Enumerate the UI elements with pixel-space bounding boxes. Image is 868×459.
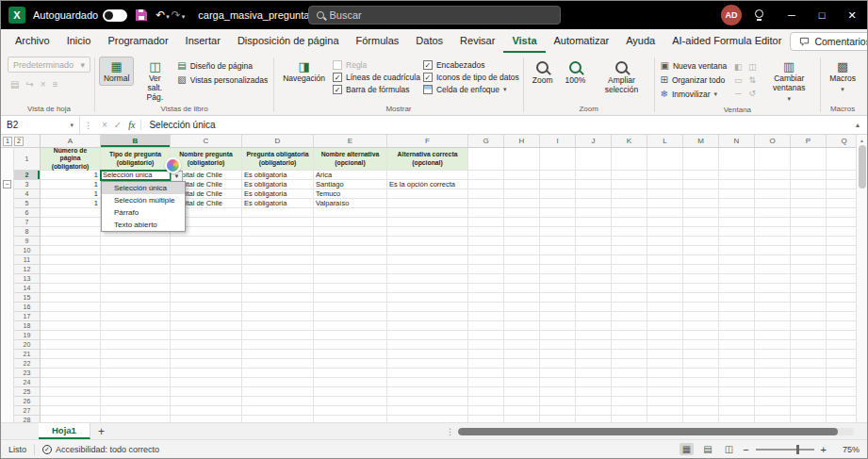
cell-O7[interactable] <box>755 218 791 227</box>
cell-N14[interactable] <box>719 284 755 293</box>
new-window-button[interactable]: ▣ Nueva ventana <box>659 60 729 72</box>
cell-P24[interactable] <box>791 378 827 387</box>
cell-P8[interactable] <box>791 227 827 237</box>
cell-F19[interactable] <box>387 331 468 340</box>
row-header-1[interactable]: 1 <box>14 148 41 171</box>
synchronous-scroll-icon[interactable]: ⇅ <box>745 74 759 86</box>
cell-O15[interactable] <box>755 293 791 303</box>
ruler-checkbox[interactable]: Regla <box>333 60 420 70</box>
cell-M12[interactable] <box>683 265 719 274</box>
cell-P19[interactable] <box>791 331 827 340</box>
cell-O25[interactable] <box>755 387 791 397</box>
cell-N2[interactable] <box>719 171 755 180</box>
gridlines-checkbox[interactable]: ✓Líneas de cuadrícula <box>333 73 420 82</box>
cell-Q16[interactable] <box>827 303 856 312</box>
cell-G18[interactable] <box>468 321 504 331</box>
cell-O16[interactable] <box>755 303 791 312</box>
autosave-toggle[interactable] <box>103 9 127 22</box>
cell-C10[interactable] <box>171 246 242 255</box>
cell-M3[interactable] <box>683 180 719 189</box>
cell-M7[interactable] <box>683 218 719 227</box>
cell-M10[interactable] <box>683 246 719 255</box>
row-header-3[interactable]: 3 <box>14 180 41 189</box>
cell-Q15[interactable] <box>827 293 856 303</box>
cell-F17[interactable] <box>387 312 468 321</box>
cell-K12[interactable] <box>612 265 647 274</box>
cell-K3[interactable] <box>612 180 647 189</box>
cell-D18[interactable] <box>242 321 314 331</box>
cell-D11[interactable] <box>242 255 314 265</box>
cell-F12[interactable] <box>387 265 468 274</box>
cell-Q13[interactable] <box>827 274 856 284</box>
cell-M26[interactable] <box>683 397 719 406</box>
cell-F14[interactable] <box>387 284 468 293</box>
cell-J22[interactable] <box>576 359 612 369</box>
cell-H22[interactable] <box>504 359 540 369</box>
cell-I11[interactable] <box>540 255 576 265</box>
cell-A19[interactable] <box>41 331 101 340</box>
cell-A1[interactable]: Número de página (obligatorio) <box>41 148 101 171</box>
row-header-6[interactable]: 6 <box>14 208 41 218</box>
cell-E23[interactable] <box>314 369 387 378</box>
cell-N4[interactable] <box>719 189 755 199</box>
row-header-21[interactable]: 21 <box>14 350 41 359</box>
cell-E26[interactable] <box>314 397 387 406</box>
confirm-entry-icon[interactable]: ✓ <box>114 120 122 130</box>
cell-N22[interactable] <box>719 359 755 369</box>
cell-L8[interactable] <box>647 227 683 237</box>
cell-I10[interactable] <box>540 246 576 255</box>
cell-J8[interactable] <box>576 227 612 237</box>
tab-scrollbar-splitter[interactable]: ⋮ <box>446 427 454 436</box>
zoom-in-button[interactable]: + <box>821 444 827 455</box>
cell-K26[interactable] <box>612 397 647 406</box>
tab-inicio[interactable]: Inicio <box>58 31 100 53</box>
cell-L10[interactable] <box>647 246 683 255</box>
cell-I15[interactable] <box>540 293 576 303</box>
cell-H12[interactable] <box>504 265 540 274</box>
cell-Q12[interactable] <box>827 265 856 274</box>
cell-P9[interactable] <box>791 237 827 246</box>
status-page-layout-icon[interactable]: ▤ <box>700 443 714 455</box>
row-header-12[interactable]: 12 <box>14 265 41 274</box>
column-header-L[interactable]: L <box>647 135 683 148</box>
cell-J1[interactable] <box>576 148 612 171</box>
cell-K14[interactable] <box>612 284 647 293</box>
cell-N15[interactable] <box>719 293 755 303</box>
cell-L24[interactable] <box>647 378 683 387</box>
column-header-Q[interactable]: Q <box>827 135 856 148</box>
cell-N26[interactable] <box>719 397 755 406</box>
cell-F6[interactable] <box>387 208 468 218</box>
cell-B24[interactable] <box>101 378 171 387</box>
cell-D6[interactable] <box>242 208 314 218</box>
cell-G16[interactable] <box>468 303 504 312</box>
cell-C27[interactable] <box>171 406 242 416</box>
cell-L5[interactable] <box>647 199 683 208</box>
cell-G1[interactable] <box>468 148 504 171</box>
cell-G28[interactable] <box>468 416 504 422</box>
cell-E24[interactable] <box>314 378 387 387</box>
cell-E7[interactable] <box>314 218 387 227</box>
cell-G24[interactable] <box>468 378 504 387</box>
cell-A18[interactable] <box>41 321 101 331</box>
cell-E18[interactable] <box>314 321 387 331</box>
cell-M16[interactable] <box>683 303 719 312</box>
cell-B10[interactable] <box>101 246 171 255</box>
column-header-O[interactable]: O <box>755 135 791 148</box>
cell-D27[interactable] <box>242 406 314 416</box>
cell-K17[interactable] <box>612 312 647 321</box>
cell-F25[interactable] <box>387 387 468 397</box>
cell-F15[interactable] <box>387 293 468 303</box>
cell-F10[interactable] <box>387 246 468 255</box>
excel-logo-icon[interactable]: X <box>8 7 25 24</box>
cell-M4[interactable] <box>683 189 719 199</box>
cell-N7[interactable] <box>719 218 755 227</box>
cell-A9[interactable] <box>41 237 101 246</box>
cell-G14[interactable] <box>468 284 504 293</box>
cell-K24[interactable] <box>612 378 647 387</box>
cell-M14[interactable] <box>683 284 719 293</box>
cell-L4[interactable] <box>647 189 683 199</box>
cell-B28[interactable] <box>101 416 171 422</box>
cell-Q6[interactable] <box>827 208 856 218</box>
cell-M1[interactable] <box>683 148 719 171</box>
cell-D9[interactable] <box>242 237 314 246</box>
